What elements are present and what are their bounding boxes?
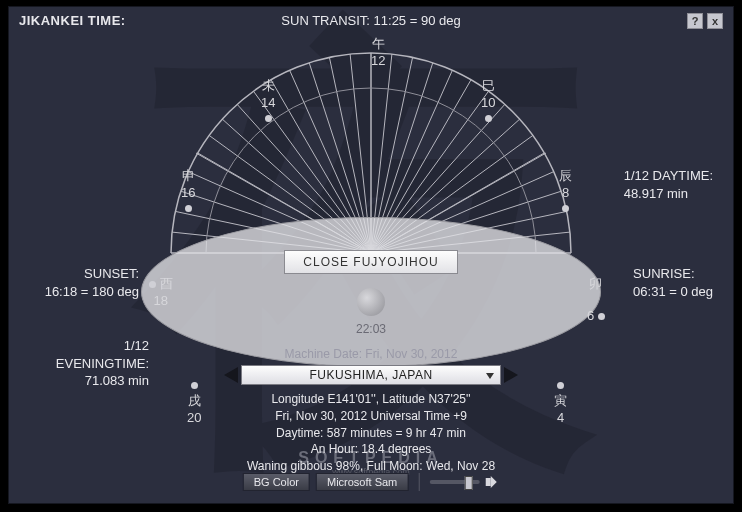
volume-slider[interactable] <box>429 480 479 484</box>
hour-6-char: 卯 <box>587 275 605 293</box>
info-line: Longitude E141'01'', Latitude N37'25'' <box>206 391 536 408</box>
hour-10-char: 巳 <box>481 77 495 95</box>
fujyojihou-panel: CLOSE FUJYOJIHOU 22:03 <box>141 217 601 367</box>
info-panel: Machine Date: Fri, Nov 30, 2012 FUKUSHIM… <box>206 347 536 475</box>
close-fujyojihou-button[interactable]: CLOSE FUJYOJIHOU <box>284 250 457 274</box>
daytime-value: 48.917 min <box>624 186 688 201</box>
sunset-value: 16:18 = 180 deg <box>45 284 139 299</box>
location-selected: FUKUSHIMA, JAPAN <box>309 368 432 382</box>
sunset-title: SUNSET: <box>84 266 139 281</box>
location-select[interactable]: FUKUSHIMA, JAPAN <box>241 365 501 385</box>
help-icon[interactable]: ? <box>687 13 703 29</box>
bg-color-button[interactable]: BG Color <box>243 473 310 491</box>
hour-18-char: 酉 <box>160 276 173 291</box>
speaker-icon[interactable] <box>485 476 499 488</box>
hour-14-num: 14 <box>261 95 275 110</box>
app-title: JIKANKEI TIME: <box>19 13 126 29</box>
sun-transit: SUN TRANSIT: 11:25 = 90 deg <box>281 13 460 28</box>
machine-date: Machine Date: Fri, Nov 30, 2012 <box>206 347 536 361</box>
eveningtime-title: 1/12 EVENINGTIME: <box>56 338 149 371</box>
close-icon[interactable]: x <box>707 13 723 29</box>
hour-18-num: 18 <box>154 293 168 308</box>
eveningtime-value: 71.083 min <box>85 373 149 388</box>
hour-16-num: 16 <box>181 185 195 200</box>
hour-14-char: 未 <box>261 77 275 95</box>
daytime-title: 1/12 DAYTIME: <box>624 168 713 183</box>
hour-4-char: 寅 <box>554 392 567 410</box>
moon-icon <box>357 288 385 316</box>
hour-12-num: 12 <box>371 53 385 68</box>
hour-10-num: 10 <box>481 95 495 110</box>
hour-20-char: 戌 <box>187 392 201 410</box>
sunrise-title: SUNRISE: <box>633 266 694 281</box>
hour-20-num: 20 <box>187 410 201 425</box>
hour-8-num: 8 <box>562 185 569 200</box>
voice-button[interactable]: Microsoft Sam <box>316 473 408 491</box>
hour-12-char: 午 <box>371 35 385 53</box>
info-line: An Hour: 18.4 degrees <box>206 441 536 458</box>
info-line: Daytime: 587 minutes = 9 hr 47 min <box>206 425 536 442</box>
hour-16-char: 申 <box>181 167 195 185</box>
sunrise-value: 06:31 = 0 deg <box>633 284 713 299</box>
info-line: Fri, Nov 30, 2012 Universal Time +9 <box>206 408 536 425</box>
hour-4-num: 4 <box>557 410 564 425</box>
current-time: 22:03 <box>356 322 386 336</box>
hour-6-num: 6 <box>587 308 594 323</box>
hour-8-char: 辰 <box>559 167 572 185</box>
